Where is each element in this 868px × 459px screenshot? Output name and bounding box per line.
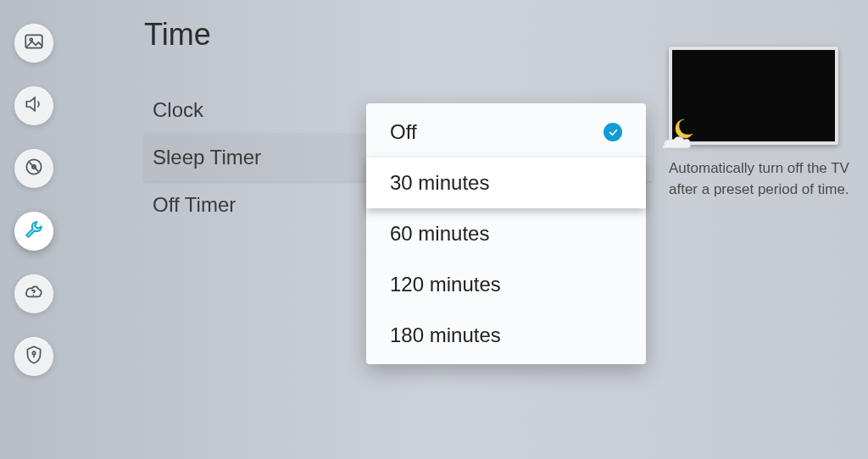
svg-point-4 — [33, 294, 35, 296]
sleep-timer-dropdown: Off 30 minutes 60 minutes 120 minutes 18… — [366, 103, 646, 364]
speaker-icon — [23, 93, 45, 119]
dropdown-option-120min[interactable]: 120 minutes — [366, 259, 646, 310]
svg-point-5 — [32, 351, 35, 354]
preview-thumbnail — [669, 47, 838, 145]
shield-icon — [23, 344, 45, 369]
sidebar-item-picture[interactable] — [14, 24, 53, 63]
dropdown-option-off[interactable]: Off — [366, 107, 646, 158]
sidebar-item-sound[interactable] — [14, 86, 53, 125]
dropdown-option-60min[interactable]: 60 minutes — [366, 208, 646, 259]
help-cloud-icon — [23, 281, 45, 307]
page-title: Time — [144, 17, 653, 53]
settings-sidebar — [0, 0, 68, 459]
menu-item-label: Clock — [153, 98, 203, 121]
moon-cloud-icon — [660, 116, 699, 150]
dropdown-option-label: Off — [390, 120, 417, 144]
sidebar-item-general[interactable] — [14, 212, 53, 251]
menu-item-label: Sleep Timer — [153, 146, 261, 169]
dropdown-option-label: 120 minutes — [390, 273, 501, 296]
info-description: Automatically turn off the TV after a pr… — [669, 158, 860, 200]
sidebar-item-support[interactable] — [14, 274, 53, 313]
picture-icon — [23, 30, 45, 56]
dropdown-option-label: 30 minutes — [390, 171, 489, 195]
satellite-icon — [23, 156, 45, 181]
menu-item-label: Off Timer — [153, 193, 236, 216]
check-icon — [604, 123, 622, 141]
info-panel: Automatically turn off the TV after a pr… — [669, 47, 860, 200]
dropdown-option-label: 180 minutes — [390, 324, 501, 347]
sidebar-item-broadcast[interactable] — [14, 149, 53, 188]
dropdown-option-180min[interactable]: 180 minutes — [366, 310, 646, 361]
dropdown-option-30min[interactable]: 30 minutes — [366, 158, 646, 208]
dropdown-option-label: 60 minutes — [390, 222, 489, 246]
sidebar-item-security[interactable] — [14, 337, 53, 376]
wrench-icon — [23, 218, 45, 244]
